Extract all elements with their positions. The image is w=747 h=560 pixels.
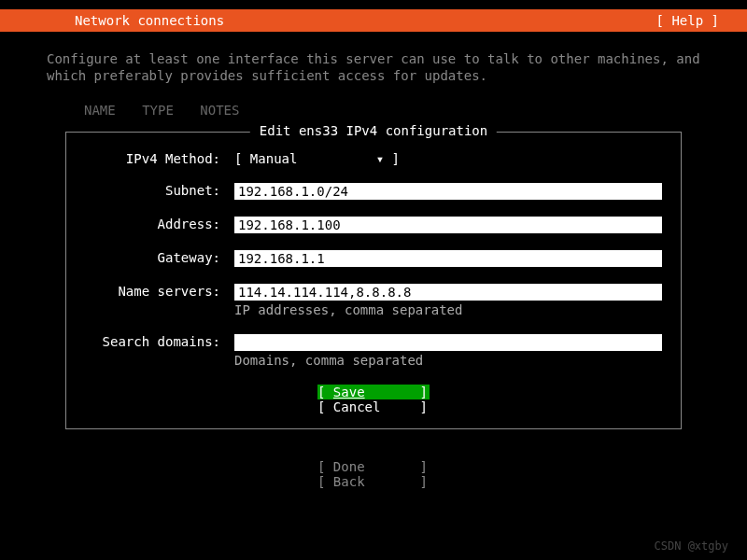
subnet-row: Subnet: [85, 183, 662, 200]
box-actions: [ Save ] [ Cancel ] [85, 385, 662, 414]
nameservers-row: Name servers: IP addresses, comma separa… [85, 284, 662, 317]
subnet-label: Subnet: [85, 183, 234, 198]
gateway-label: Gateway: [85, 250, 234, 265]
gateway-row: Gateway: [85, 250, 662, 267]
col-name: NAME [84, 103, 116, 118]
done-button[interactable]: [ Done ] [317, 459, 430, 474]
back-button[interactable]: [ Back ] [317, 474, 430, 489]
watermark: CSDN @xtgby [655, 539, 728, 553]
searchdomains-label: Search domains: [85, 334, 234, 349]
col-type: TYPE [142, 103, 174, 118]
cancel-button[interactable]: [ Cancel ] [317, 399, 430, 414]
page-title: Network connections [75, 13, 224, 28]
save-button[interactable]: [ Save ] [317, 385, 430, 399]
help-button[interactable]: [ Help ] [656, 13, 719, 28]
address-label: Address: [85, 217, 234, 231]
nameservers-input[interactable] [234, 284, 662, 301]
searchdomains-input[interactable] [234, 334, 662, 351]
searchdomains-hint: Domains, comma separated [234, 353, 662, 368]
config-box: Edit ens33 IPv4 configuration IPv4 Metho… [65, 132, 682, 429]
column-headers: NAME TYPE NOTES [47, 103, 700, 118]
nameservers-hint: IP addresses, comma separated [234, 302, 662, 317]
gateway-input[interactable] [234, 250, 662, 267]
nameservers-label: Name servers: [85, 284, 234, 299]
bottom-actions: [ Done ] [ Back ] [47, 459, 700, 489]
searchdomains-row: Search domains: Domains, comma separated [85, 334, 662, 368]
address-row: Address: [85, 217, 662, 233]
box-title: Edit ens33 IPv4 configuration [250, 123, 497, 138]
main-content: Configure at least one interface this se… [0, 32, 747, 489]
method-dropdown[interactable]: [ Manual ▾ ] [234, 151, 400, 166]
header-bar: Network connections [ Help ] [0, 9, 747, 32]
description-text: Configure at least one interface this se… [47, 50, 700, 84]
subnet-input[interactable] [234, 183, 662, 200]
address-input[interactable] [234, 217, 662, 233]
col-notes: NOTES [200, 103, 239, 118]
method-label: IPv4 Method: [85, 151, 234, 166]
method-row: IPv4 Method: [ Manual ▾ ] [85, 151, 662, 166]
